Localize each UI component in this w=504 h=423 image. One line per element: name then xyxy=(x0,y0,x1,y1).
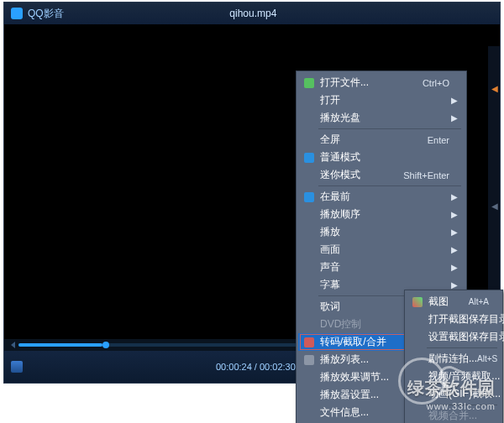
menu-item-label: 声音 xyxy=(317,260,449,274)
menu-icon-empty xyxy=(302,300,317,314)
menu-item-label: 打开截图保存目录 xyxy=(425,312,504,326)
menu-item[interactable]: 播放光盘▶ xyxy=(298,109,465,127)
menu-separator xyxy=(318,128,461,129)
app-name: QQ影音 xyxy=(28,7,64,21)
submenu-arrow-icon: ▶ xyxy=(449,113,458,123)
open-icon xyxy=(302,76,317,90)
menu-icon-empty xyxy=(302,226,317,239)
submenu-arrow-icon: ▶ xyxy=(449,192,458,201)
menu-icon-empty xyxy=(302,243,317,257)
menu-item[interactable]: 全屏Enter xyxy=(298,131,465,149)
app-icon xyxy=(11,8,23,19)
menu-item-shortcut: Alt+S xyxy=(477,354,497,363)
sidebar-mid-icon[interactable]: ◀ xyxy=(491,201,498,211)
menu-item[interactable]: 打开▶ xyxy=(298,91,465,109)
menu-separator xyxy=(427,347,497,348)
volume-icon[interactable] xyxy=(11,361,23,373)
menu-item-label: 播放 xyxy=(317,225,449,239)
menu-icon-empty xyxy=(302,318,317,332)
menu-item-label: 播放顺序 xyxy=(317,207,449,222)
menu-item[interactable]: 普通模式 xyxy=(298,149,465,166)
menu-icon-empty xyxy=(302,371,317,384)
menu-item[interactable]: 播放▶ xyxy=(298,223,465,241)
menu-item[interactable]: 画面▶ xyxy=(298,241,465,258)
menu-icon-empty xyxy=(410,331,425,344)
menu-item-label: 截图 xyxy=(425,295,469,309)
menu-item-label: 全屏 xyxy=(317,133,428,147)
menu-item-label: 迷你模式 xyxy=(317,168,403,182)
menu-item[interactable]: 迷你模式Shift+Enter xyxy=(298,166,465,184)
submenu-arrow-icon: ▶ xyxy=(449,227,458,237)
menu-item-label: 播放光盘 xyxy=(317,111,449,125)
progress-fill xyxy=(18,343,102,347)
menu-item-shortcut: Enter xyxy=(428,135,449,145)
submenu-arrow-icon: ▶ xyxy=(449,210,458,219)
menu-icon-empty xyxy=(302,261,317,274)
mode-icon xyxy=(302,151,317,164)
submenu-arrow-icon: ▶ xyxy=(449,280,458,290)
menu-item[interactable]: 在最前▶ xyxy=(298,188,465,206)
watermark: 绿茶软件园 www.33lc.com xyxy=(407,377,496,411)
watermark-logo-icon xyxy=(398,358,445,405)
menu-icon-empty xyxy=(302,208,317,222)
menu-item[interactable]: 声音▶ xyxy=(298,258,465,276)
menu-item[interactable]: 打开文件...Ctrl+O xyxy=(298,74,465,91)
menu-item-label: 画面 xyxy=(317,243,449,257)
menu-item[interactable]: 截图Alt+A xyxy=(407,293,501,311)
menu-item-label: 打开 xyxy=(317,93,449,107)
menu-item[interactable]: 播放顺序▶ xyxy=(298,206,465,223)
menu-item-label: 在最前 xyxy=(317,190,449,204)
menu-icon-empty xyxy=(302,112,317,125)
submenu-arrow-icon: ▶ xyxy=(449,263,458,272)
menu-item[interactable]: 打开截图保存目录 xyxy=(407,311,501,328)
menu-item-shortcut: Shift+Enter xyxy=(403,170,449,180)
step-back-icon[interactable] xyxy=(11,342,15,348)
time-display: 00:00:24 / 00:02:30 xyxy=(216,362,296,372)
menu-item-label: 打开文件... xyxy=(317,76,423,90)
progress-knob[interactable] xyxy=(102,342,109,348)
menu-icon-empty xyxy=(302,133,317,147)
menu-item-label: 设置截图保存目录... xyxy=(425,330,504,344)
submenu-arrow-icon: ▶ xyxy=(449,245,458,254)
menu-icon-empty xyxy=(302,169,317,182)
menu-icon-empty xyxy=(410,313,425,326)
menu-item[interactable]: 设置截图保存目录... xyxy=(407,328,501,346)
window-title: qihou.mp4 xyxy=(64,8,443,19)
menu-icon-empty xyxy=(302,389,317,402)
sidebar-toggle-icon[interactable]: ◀ xyxy=(491,84,498,93)
menu-item-shortcut: Ctrl+O xyxy=(423,78,449,88)
menu-icon-empty xyxy=(302,406,317,420)
convert-icon xyxy=(302,336,317,349)
screenshot-icon xyxy=(410,295,425,309)
menu-icon-empty xyxy=(302,279,317,292)
title-bar: QQ影音 qihou.mp4 xyxy=(4,3,500,24)
playlist-icon xyxy=(302,353,317,367)
submenu-arrow-icon: ▶ xyxy=(449,96,458,105)
menu-separator xyxy=(318,185,461,186)
menu-item-label: 普通模式 xyxy=(317,150,449,164)
pin-icon xyxy=(302,191,317,204)
menu-item-shortcut: Alt+A xyxy=(469,297,489,306)
menu-icon-empty xyxy=(302,94,317,107)
